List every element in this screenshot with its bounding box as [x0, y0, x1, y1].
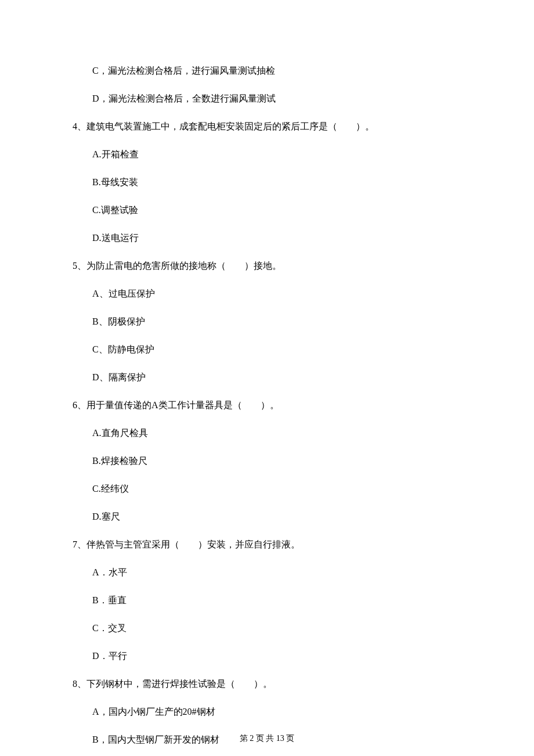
q6-option-d: D.塞尺: [73, 510, 464, 524]
q7-option-c: C．交叉: [73, 621, 464, 635]
q4-option-d: D.送电运行: [73, 231, 464, 245]
q5-option-b: B、阴极保护: [73, 315, 464, 329]
q3-option-d: D，漏光法检测合格后，全数进行漏风量测试: [73, 92, 464, 106]
q5-option-c: C、防静电保护: [73, 343, 464, 357]
q4-option-b: B.母线安装: [73, 175, 464, 189]
q4-stem: 4、建筑电气装置施工中，成套配电柜安装固定后的紧后工序是（ ）。: [73, 120, 464, 134]
q8-stem: 8、下列钢材中，需进行焊接性试验是（ ）。: [73, 677, 464, 691]
q5-option-a: A、过电压保护: [73, 287, 464, 301]
q3-option-c: C，漏光法检测合格后，进行漏风量测试抽检: [73, 64, 464, 78]
q7-option-a: A．水平: [73, 566, 464, 579]
document-body: C，漏光法检测合格后，进行漏风量测试抽检 D，漏光法检测合格后，全数进行漏风量测…: [0, 0, 534, 747]
q5-stem: 5、为防止雷电的危害所做的接地称（ ）接地。: [73, 259, 464, 273]
q7-stem: 7、伴热管与主管宜采用（ ）安装，并应自行排液。: [73, 538, 464, 552]
q6-stem: 6、用于量值传递的A类工作计量器具是（ ）。: [73, 398, 464, 412]
q5-option-d: D、隔离保护: [73, 370, 464, 384]
q6-option-c: C.经纬仪: [73, 482, 464, 496]
q6-option-a: A.直角尺检具: [73, 426, 464, 440]
q7-option-b: B．垂直: [73, 593, 464, 607]
q4-option-c: C.调整试验: [73, 203, 464, 217]
q7-option-d: D．平行: [73, 649, 464, 663]
page-footer: 第 2 页 共 13 页: [0, 732, 534, 744]
q4-option-a: A.开箱检查: [73, 147, 464, 161]
q6-option-b: B.焊接检验尺: [73, 454, 464, 468]
q8-option-a: A，国内小钢厂生产的20#钢材: [73, 705, 464, 719]
